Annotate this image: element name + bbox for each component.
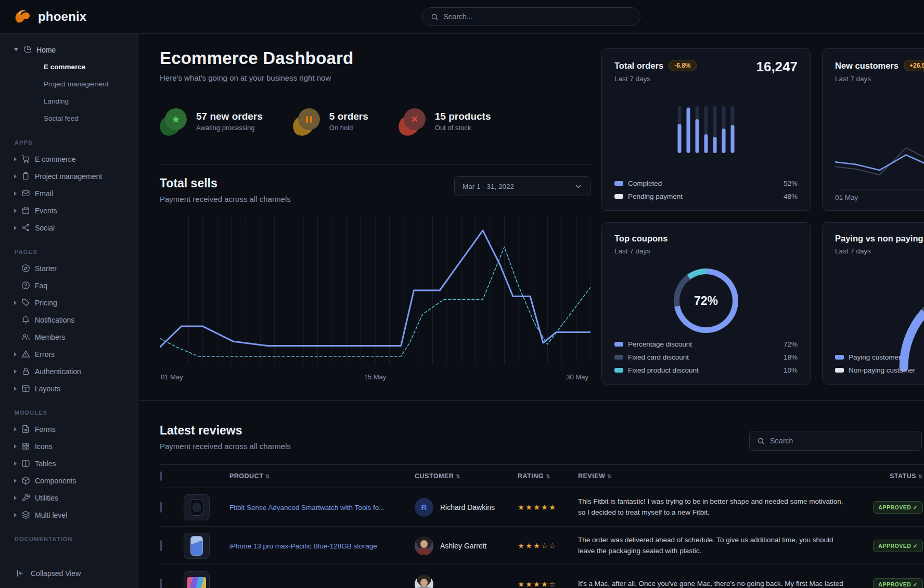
stat-on-hold: 5 orders On hold (293, 107, 368, 135)
caret-right-icon (14, 191, 17, 196)
share-icon (21, 223, 30, 232)
column-header-status[interactable]: STATUS⇅ (859, 472, 924, 480)
card-title: Paying vs non paying (835, 234, 923, 244)
reviews-subtitle: Payment received across all channels (160, 442, 291, 451)
sidebar-item-errors[interactable]: Errors (0, 346, 137, 363)
sidebar-item-faq[interactable]: Faq (0, 277, 137, 294)
caret-right-icon (14, 369, 17, 374)
brand-name: phoenix (38, 9, 86, 24)
product-thumbnail-smartwatch[interactable] (184, 494, 210, 520)
phoenix-logo-icon (14, 9, 32, 24)
collapse-view-button[interactable]: Collapsed View (0, 558, 137, 588)
status-badge: APPROVED ✓ (873, 501, 923, 514)
sidebar-item-authentication[interactable]: Authentication (0, 363, 137, 380)
stat-value: 15 products (435, 111, 491, 122)
x-tick: 30 May (566, 373, 588, 381)
sidebar-item-project-management[interactable]: Project management (0, 168, 137, 185)
legend-swatch-icon (614, 194, 623, 199)
order-bar (696, 106, 699, 153)
status-badge: APPROVED ✓ (873, 540, 923, 552)
legend-value: 10% (784, 366, 798, 374)
legend-item: Non-paying customer (835, 364, 924, 377)
legend-swatch-icon (614, 181, 623, 186)
sidebar-item-forms[interactable]: Forms (0, 420, 137, 438)
sidebar-nav: HomeE commerceProject managementLandingS… (0, 41, 137, 547)
sidebar-item-starter[interactable]: Starter (0, 260, 137, 277)
wrench-icon (21, 493, 30, 502)
column-header-review[interactable]: REVIEW⇅ (578, 472, 859, 480)
sidebar-item-e-commerce[interactable]: E commerce (0, 150, 137, 168)
customer-name: Ashley Garrett (440, 542, 486, 550)
star-icon: ★ (160, 107, 188, 135)
sidebar-item-social-feed[interactable]: Social feed (0, 110, 137, 127)
product-link[interactable]: Fitbit Sense Advanced Smartwatch with To… (229, 504, 384, 512)
sidebar-item-landing[interactable]: Landing (0, 93, 137, 110)
compass-icon (21, 264, 30, 273)
rating-stars: ★★★★☆ (518, 580, 578, 588)
total-orders-card: Total orders -6.8% Last 7 days 16,247 Co… (601, 48, 811, 211)
caret-right-icon (14, 496, 17, 500)
sidebar-section-modules: MODULES (0, 397, 137, 420)
sidebar-item-icons[interactable]: Icons (0, 438, 137, 455)
sidebar-item-e-commerce[interactable]: E commerce (0, 58, 137, 75)
product-link[interactable]: iPhone 13 pro max-Pacific Blue-128GB sto… (229, 542, 377, 550)
sort-icon: ⇅ (918, 474, 923, 479)
caret-right-icon (14, 462, 17, 466)
x-icon: ✕ (399, 107, 427, 135)
product-thumbnail-iphone[interactable] (184, 533, 210, 559)
pause-icon (293, 107, 321, 135)
caret-right-icon (14, 427, 17, 431)
row-checkbox[interactable] (160, 502, 162, 513)
column-header-product[interactable]: PRODUCT⇅ (229, 472, 415, 480)
chevron-down-icon (574, 183, 582, 190)
layers-icon (21, 510, 30, 519)
sort-icon: ⇅ (456, 474, 460, 479)
column-header-customer[interactable]: CUSTOMER⇅ (415, 472, 518, 480)
sidebar-item-multi-level[interactable]: Multi level (0, 506, 137, 523)
sidebar-item-social[interactable]: Social (0, 219, 137, 236)
sidebar-item-home[interactable]: Home (0, 41, 137, 58)
navbar-search[interactable] (422, 7, 640, 26)
sidebar-item-tables[interactable]: Tables (0, 455, 137, 472)
sidebar-item-events[interactable]: Events (0, 202, 137, 219)
sidebar-item-email[interactable]: Email (0, 185, 137, 202)
table-header-row: PRODUCT⇅CUSTOMER⇅RATING⇅REVIEW⇅STATUS⇅ (160, 464, 924, 488)
legend-label: Fixed product discount (628, 366, 699, 374)
navbar-search-input[interactable] (444, 12, 632, 21)
main-content: Ecommerce Dashboard Here's what's going … (138, 34, 924, 588)
legend-value: 18% (784, 353, 798, 361)
product-thumbnail-ipad[interactable] (184, 571, 210, 588)
new-customers-card: New customers +26.5% Last 7 days 01 May (822, 48, 924, 211)
table-row: ★★★★☆ It's a Mac, after all. Once you've… (160, 565, 924, 588)
file-text-icon (21, 425, 30, 433)
pie-chart-icon (23, 45, 32, 54)
x-tick: 01 May (161, 373, 183, 381)
order-bar (687, 106, 690, 153)
stat-awating-processing: ★ 57 new orders Awating processing (160, 107, 263, 135)
sidebar-item-components[interactable]: Components (0, 472, 137, 489)
order-bar (704, 106, 708, 153)
table-row: iPhone 13 pro max-Pacific Blue-128GB sto… (160, 527, 924, 565)
date-range-select[interactable]: Mar 1 - 31, 2022 (454, 176, 591, 196)
row-checkbox[interactable] (160, 540, 162, 551)
stat-out-of-stock: ✕ 15 products Out of stock (399, 107, 491, 135)
reviews-search[interactable] (749, 431, 922, 451)
sidebar-item-members[interactable]: Members (0, 328, 137, 346)
sidebar-item-pricing[interactable]: Pricing (0, 294, 137, 311)
column-header-rating[interactable]: RATING⇅ (518, 472, 578, 480)
reviews-search-input[interactable] (770, 437, 914, 445)
sidebar-item-notifications[interactable]: Notifications (0, 311, 137, 328)
sidebar-item-layouts[interactable]: Layouts (0, 380, 137, 397)
legend-label: Non-paying customer (849, 366, 915, 374)
row-checkbox[interactable] (160, 579, 162, 588)
grid-icon (21, 442, 30, 451)
users-icon (21, 333, 30, 341)
sidebar-item-project-management[interactable]: Project management (0, 75, 137, 93)
sidebar-item-utilities[interactable]: Utilities (0, 489, 137, 506)
brand[interactable]: phoenix (0, 9, 138, 24)
caret-right-icon (14, 174, 17, 178)
card-title: Top coupons (614, 234, 668, 244)
legend-value: 72% (784, 340, 798, 348)
paying-legend: Paying customer Non-paying customer (835, 351, 924, 377)
select-all-checkbox[interactable] (160, 471, 162, 481)
